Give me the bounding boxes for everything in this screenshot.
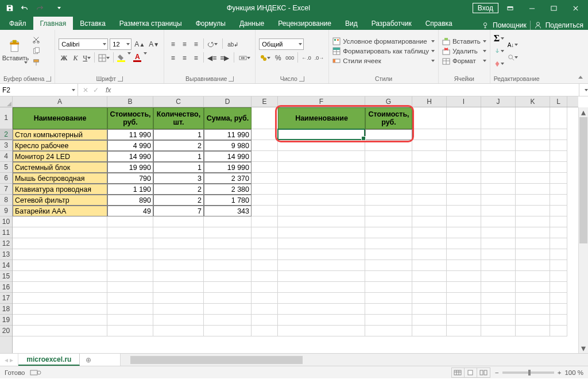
cell[interactable]	[153, 260, 204, 271]
row-header[interactable]: 16	[0, 282, 12, 293]
col-header[interactable]: G	[365, 96, 412, 107]
zoom-in-icon[interactable]: +	[558, 369, 562, 376]
cell[interactable]	[278, 326, 365, 336]
cell[interactable]	[550, 282, 567, 293]
col-header[interactable]: K	[516, 96, 550, 107]
cell[interactable]	[447, 304, 481, 315]
tellme-label[interactable]: Помощник	[493, 21, 527, 29]
cell[interactable]	[13, 227, 107, 238]
cell[interactable]	[13, 326, 107, 336]
cell[interactable]	[481, 107, 516, 129]
cell[interactable]	[13, 249, 107, 260]
increase-decimal-icon[interactable]: ←.0	[300, 52, 312, 64]
cell[interactable]	[550, 260, 567, 271]
table-header[interactable]: Количество, шт.	[153, 107, 204, 129]
cell[interactable]	[153, 238, 204, 249]
cell[interactable]	[481, 206, 516, 216]
cell[interactable]	[516, 107, 550, 129]
cell[interactable]	[278, 238, 365, 249]
cell[interactable]	[550, 271, 567, 282]
cell[interactable]	[204, 282, 252, 293]
cell[interactable]	[516, 304, 550, 315]
cell[interactable]	[412, 227, 447, 238]
row-header[interactable]: 12	[0, 238, 12, 249]
table-name-cell[interactable]: Клавиатура проводная	[13, 184, 107, 195]
cell[interactable]	[204, 326, 252, 336]
redo-icon[interactable]	[33, 1, 46, 15]
cell[interactable]	[252, 162, 278, 173]
cell[interactable]	[481, 304, 516, 315]
cell[interactable]	[481, 173, 516, 184]
clear-icon[interactable]	[494, 59, 504, 69]
increase-indent-icon[interactable]: ≡▶	[219, 52, 230, 64]
underline-button[interactable]: Ч	[82, 52, 92, 64]
cell[interactable]	[412, 238, 447, 249]
cell[interactable]	[447, 206, 481, 216]
row-header[interactable]: 10	[0, 216, 12, 227]
table-data-cell[interactable]: 2	[153, 195, 204, 206]
zoom-slider[interactable]	[502, 371, 554, 374]
align-right-icon[interactable]: ≡	[191, 52, 201, 64]
cell[interactable]	[278, 260, 365, 271]
cell[interactable]	[278, 293, 365, 304]
cell[interactable]	[278, 162, 365, 173]
cell[interactable]	[550, 173, 567, 184]
table-data-cell[interactable]: 4 990	[107, 140, 153, 151]
cell[interactable]	[204, 315, 252, 326]
sheet-nav[interactable]: ◂ ▸	[0, 354, 18, 366]
collapse-ribbon-icon[interactable]	[577, 73, 585, 82]
cell[interactable]	[481, 249, 516, 260]
cell[interactable]	[278, 249, 365, 260]
table-name-cell[interactable]: Системный блок	[13, 162, 107, 173]
cell[interactable]	[516, 216, 550, 227]
cell[interactable]	[412, 129, 447, 140]
cell[interactable]	[278, 195, 365, 206]
cell[interactable]	[516, 238, 550, 249]
cell[interactable]	[516, 227, 550, 238]
cell[interactable]	[447, 162, 481, 173]
cell[interactable]	[550, 162, 567, 173]
cell[interactable]	[550, 249, 567, 260]
cell[interactable]	[252, 238, 278, 249]
table-data-cell[interactable]: 9 980	[204, 140, 252, 151]
table-data-cell[interactable]: 1 780	[204, 195, 252, 206]
row-header[interactable]: 2	[0, 129, 12, 140]
cell[interactable]	[153, 326, 204, 336]
cell[interactable]	[447, 151, 481, 162]
comma-icon[interactable]: 000	[284, 52, 295, 64]
cell[interactable]	[107, 293, 153, 304]
cell[interactable]	[278, 140, 365, 151]
format-painter-icon[interactable]	[31, 57, 41, 68]
login-button[interactable]: Вход	[473, 3, 498, 13]
cell[interactable]	[107, 227, 153, 238]
cell[interactable]	[481, 227, 516, 238]
row-headers[interactable]: 1234567891011121314151617181920	[0, 107, 13, 353]
cell[interactable]	[252, 249, 278, 260]
cell[interactable]	[252, 206, 278, 216]
align-bottom-icon[interactable]: ≡	[191, 38, 201, 50]
formula-input[interactable]	[113, 84, 579, 96]
zoom-out-icon[interactable]: −	[495, 369, 499, 376]
scroll-thumb[interactable]	[579, 117, 587, 243]
cell[interactable]	[365, 238, 412, 249]
cell[interactable]	[447, 282, 481, 293]
col-header[interactable]: B	[107, 96, 153, 107]
cell[interactable]	[516, 173, 550, 184]
row-header[interactable]: 11	[0, 227, 12, 238]
cell[interactable]	[516, 151, 550, 162]
format-cells-button[interactable]: Формат	[442, 57, 486, 65]
cell[interactable]	[550, 151, 567, 162]
cell[interactable]	[447, 315, 481, 326]
row-header[interactable]: 20	[0, 326, 12, 336]
cell[interactable]	[481, 282, 516, 293]
cell-grid[interactable]: НаименованиеСтоимость, руб.Количество, ш…	[13, 107, 578, 353]
table-data-cell[interactable]: 3	[153, 173, 204, 184]
cell[interactable]	[412, 282, 447, 293]
cell[interactable]	[412, 326, 447, 336]
table-name-cell[interactable]: Кресло рабочее	[13, 140, 107, 151]
cell[interactable]	[153, 249, 204, 260]
cell[interactable]	[447, 326, 481, 336]
row-header[interactable]: 5	[0, 162, 12, 173]
cell[interactable]	[252, 107, 278, 129]
cell[interactable]	[412, 260, 447, 271]
